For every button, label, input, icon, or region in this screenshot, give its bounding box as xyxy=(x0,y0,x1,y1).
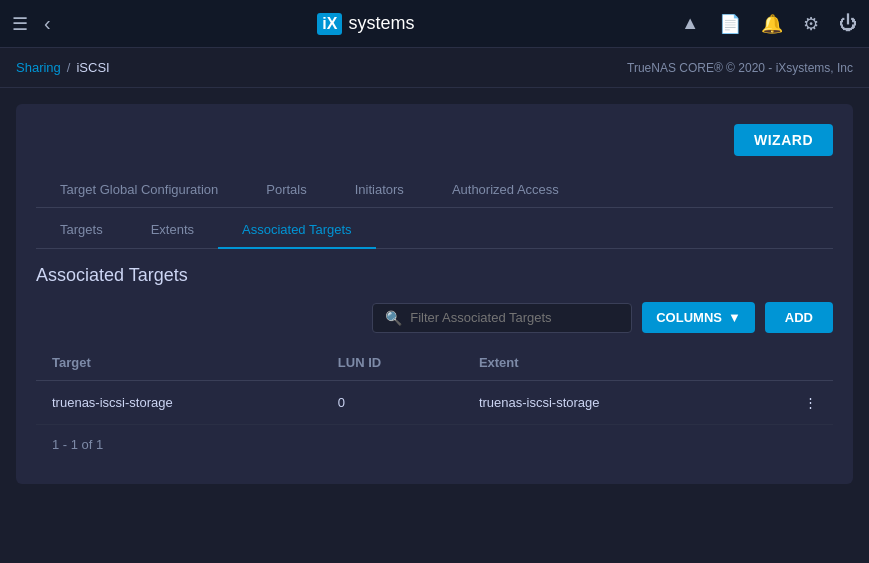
settings-gear-icon[interactable]: ⚙ xyxy=(803,13,819,35)
row-actions-menu[interactable]: ⋮ xyxy=(749,381,833,425)
notification-bell-icon[interactable]: 🔔 xyxy=(761,13,783,35)
nav-right: ▲ 📄 🔔 ⚙ ⏻ xyxy=(681,13,857,35)
search-icon: 🔍 xyxy=(385,310,402,326)
cell-extent: truenas-iscsi-storage xyxy=(463,381,749,425)
col-header-target: Target xyxy=(36,345,322,381)
pagination: 1 - 1 of 1 xyxy=(36,425,833,464)
table-section: Associated Targets 🔍 COLUMNS ▼ ADD Targe… xyxy=(36,265,833,464)
search-box: 🔍 xyxy=(372,303,632,333)
card-top-actions: WIZARD xyxy=(36,124,833,156)
table-toolbar: 🔍 COLUMNS ▼ ADD xyxy=(36,302,833,333)
primary-tabs: Target Global Configuration Portals Init… xyxy=(36,172,833,208)
clipboard-icon[interactable]: 📄 xyxy=(719,13,741,35)
columns-button[interactable]: COLUMNS ▼ xyxy=(642,302,755,333)
nav-left: ☰ ‹ xyxy=(12,12,51,35)
truenas-icon[interactable]: ▲ xyxy=(681,13,699,34)
tab-authorized-access[interactable]: Authorized Access xyxy=(428,172,583,207)
main-content: WIZARD Target Global Configuration Porta… xyxy=(0,88,869,563)
tab-initiators[interactable]: Initiators xyxy=(331,172,428,207)
breadcrumb-current: iSCSI xyxy=(76,60,109,75)
col-header-actions xyxy=(749,345,833,381)
logo-ix-badge: iX xyxy=(317,13,342,35)
cell-target: truenas-iscsi-storage xyxy=(36,381,322,425)
table-body: truenas-iscsi-storage 0 truenas-iscsi-st… xyxy=(36,381,833,425)
breadcrumb-separator: / xyxy=(67,60,71,75)
logo-area: iX systems xyxy=(317,13,414,35)
table-title: Associated Targets xyxy=(36,265,833,286)
data-table: Target LUN ID Extent truenas-iscsi-stora… xyxy=(36,345,833,425)
add-button[interactable]: ADD xyxy=(765,302,833,333)
col-header-extent: Extent xyxy=(463,345,749,381)
hamburger-menu-icon[interactable]: ☰ xyxy=(12,13,28,35)
logo-text: systems xyxy=(348,13,414,34)
power-icon[interactable]: ⏻ xyxy=(839,13,857,34)
columns-dropdown-icon: ▼ xyxy=(728,310,741,325)
breadcrumb: Sharing / iSCSI xyxy=(16,60,110,75)
top-navigation: ☰ ‹ iX systems ▲ 📄 🔔 ⚙ ⏻ xyxy=(0,0,869,48)
tab-target-global-configuration[interactable]: Target Global Configuration xyxy=(36,172,242,207)
secondary-tabs: Targets Extents Associated Targets xyxy=(36,212,833,249)
columns-label: COLUMNS xyxy=(656,310,722,325)
search-input[interactable] xyxy=(410,310,619,325)
cell-lun-id: 0 xyxy=(322,381,463,425)
tab-associated-targets[interactable]: Associated Targets xyxy=(218,212,376,249)
tab-targets[interactable]: Targets xyxy=(36,212,127,248)
tab-extents[interactable]: Extents xyxy=(127,212,218,248)
col-header-lun-id: LUN ID xyxy=(322,345,463,381)
wizard-button[interactable]: WIZARD xyxy=(734,124,833,156)
back-icon[interactable]: ‹ xyxy=(44,12,51,35)
version-text: TrueNAS CORE® © 2020 - iXsystems, Inc xyxy=(627,61,853,75)
table-row: truenas-iscsi-storage 0 truenas-iscsi-st… xyxy=(36,381,833,425)
breadcrumb-bar: Sharing / iSCSI TrueNAS CORE® © 2020 - i… xyxy=(0,48,869,88)
breadcrumb-sharing[interactable]: Sharing xyxy=(16,60,61,75)
tab-portals[interactable]: Portals xyxy=(242,172,330,207)
main-card: WIZARD Target Global Configuration Porta… xyxy=(16,104,853,484)
table-header: Target LUN ID Extent xyxy=(36,345,833,381)
